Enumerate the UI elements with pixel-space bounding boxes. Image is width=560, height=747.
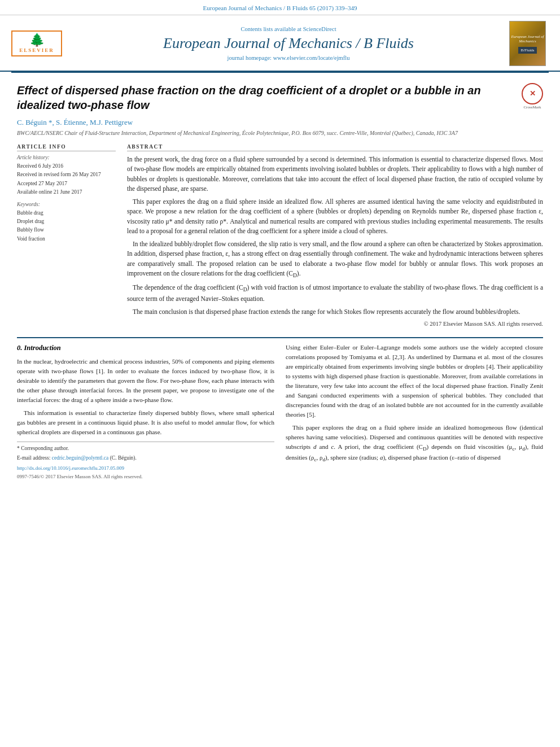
footnote-area: * Corresponding author. E-mail address: … bbox=[17, 442, 274, 480]
crossmark-icon: ✕ bbox=[522, 83, 543, 104]
email-label: E-mail address: bbox=[17, 455, 50, 461]
homepage-label: journal homepage: bbox=[228, 55, 272, 61]
journal-title: European Journal of Mechanics / B Fluids bbox=[73, 34, 504, 52]
keywords-list: Bubble drag Droplet drag Bubbly flow Voi… bbox=[17, 209, 116, 243]
available-online-date: Available online 21 June 2017 bbox=[17, 188, 116, 196]
abstract-para-1: In the present work, the drag force on a… bbox=[127, 155, 543, 194]
keyword-void-fraction: Void fraction bbox=[17, 235, 116, 243]
received-revised-date: Received in revised form 26 May 2017 bbox=[17, 171, 116, 178]
article-title-section: Effect of dispersed phase fraction on th… bbox=[17, 83, 543, 112]
crossmark-badge: ✕ CrossMark bbox=[522, 83, 543, 110]
keywords-label: Keywords: bbox=[17, 202, 116, 207]
right-para-1: Using either Euler–Euler or Euler–Lagran… bbox=[286, 343, 543, 420]
abstract-col: Abstract In the present work, the drag f… bbox=[127, 144, 543, 327]
science-direct-link[interactable]: ScienceDirect bbox=[303, 26, 336, 32]
history-label: Article history: bbox=[17, 155, 116, 160]
doi-line: http://dx.doi.org/10.1016/j.euromechflu.… bbox=[17, 465, 274, 473]
abstract-heading: Abstract bbox=[127, 144, 543, 151]
abstract-para-5: The main conclusion is that dispersed ph… bbox=[127, 307, 543, 317]
right-para-2: This paper explores the drag on a fluid … bbox=[286, 423, 543, 464]
copyright: © 2017 Elsevier Masson SAS. All rights r… bbox=[127, 321, 543, 327]
article-area: Effect of dispersed phase fraction on th… bbox=[0, 73, 560, 333]
article-info-heading: Article Info bbox=[17, 144, 116, 151]
intro-para-2: This information is essential to charact… bbox=[17, 408, 274, 437]
abstract-para-4: The dependence of the drag coefficient (… bbox=[127, 283, 543, 304]
homepage-url[interactable]: www.elsevier.com/locate/ejmflu bbox=[273, 55, 350, 61]
received-date: Received 6 July 2016 bbox=[17, 162, 116, 170]
elsevier-logo: 🌲 ELSEVIER bbox=[11, 30, 62, 56]
elsevier-name: ELSEVIER bbox=[16, 47, 58, 53]
journal-homepage: journal homepage: www.elsevier.com/locat… bbox=[73, 55, 504, 61]
article-title: Effect of dispersed phase fraction on th… bbox=[17, 83, 513, 112]
keyword-bubbly-flow: Bubbly flow bbox=[17, 226, 116, 234]
abstract-para-2: This paper explores the drag on a fluid … bbox=[127, 197, 543, 236]
doi-link[interactable]: http://dx.doi.org/10.1016/j.euromechflu.… bbox=[17, 465, 124, 471]
accepted-date: Accepted 27 May 2017 bbox=[17, 180, 116, 187]
affiliation: BWC/AECL/NSERC Chair of Fluid-Structure … bbox=[17, 129, 543, 137]
authors-text: C. Béguin *, S. Étienne, M.J. Pettigrew bbox=[17, 118, 133, 126]
article-info-col: Article Info Article history: Received 6… bbox=[17, 144, 116, 327]
journal-ref-link[interactable]: European Journal of Mechanics / B Fluids… bbox=[203, 5, 357, 11]
top-bar: European Journal of Mechanics / B Fluids… bbox=[0, 0, 560, 15]
keyword-bubble-drag: Bubble drag bbox=[17, 209, 116, 217]
article-info-abstract: Article Info Article history: Received 6… bbox=[17, 144, 543, 327]
email-link[interactable]: cedric.beguin@polymtl.ca bbox=[52, 455, 109, 461]
cover-sub-label: B/Fluids bbox=[518, 47, 536, 54]
abstract-para-3: In the idealized bubbly/droplet flow con… bbox=[127, 239, 543, 279]
authors: C. Béguin *, S. Étienne, M.J. Pettigrew bbox=[17, 118, 543, 127]
body-right-col: Using either Euler–Euler or Euler–Lagran… bbox=[286, 343, 543, 481]
elsevier-tree-icon: 🌲 bbox=[16, 34, 58, 46]
email-name: (C. Béguin). bbox=[110, 455, 137, 461]
corresponding-author-label: * Corresponding author. bbox=[17, 445, 69, 451]
cover-journal-text: European Journal of Mechanics bbox=[510, 33, 545, 45]
body-left-col: 0. Introduction In the nuclear, hydroele… bbox=[17, 343, 274, 481]
issn-line: 0997-7546/© 2017 Elsevier Masson SAS. Al… bbox=[17, 473, 274, 481]
intro-section-title: 0. Introduction bbox=[17, 343, 274, 353]
keyword-droplet-drag: Droplet drag bbox=[17, 217, 116, 226]
intro-para-1: In the nuclear, hydroelectric and chemic… bbox=[17, 357, 274, 405]
abstract-text: In the present work, the drag force on a… bbox=[127, 155, 543, 317]
email-note: E-mail address: cedric.beguin@polymtl.ca… bbox=[17, 454, 274, 462]
body-content: 0. Introduction In the nuclear, hydroele… bbox=[0, 343, 560, 487]
corresponding-author-note: * Corresponding author. bbox=[17, 444, 274, 453]
journal-header: 🌲 ELSEVIER Contents lists available at S… bbox=[0, 15, 560, 72]
journal-center: Contents lists available at ScienceDirec… bbox=[73, 26, 504, 60]
contents-available: Contents lists available at ScienceDirec… bbox=[73, 26, 504, 32]
crossmark-label: CrossMark bbox=[522, 105, 543, 110]
journal-cover-thumbnail: European Journal of Mechanics B/Fluids bbox=[509, 21, 549, 66]
contents-text: Contents lists available at bbox=[240, 26, 301, 32]
